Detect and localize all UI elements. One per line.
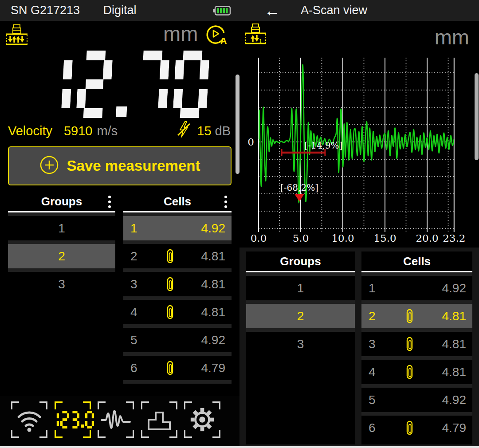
paperclip-icon — [393, 420, 425, 436]
group-number: 3 — [8, 277, 115, 291]
group-number: 2 — [8, 249, 115, 263]
cell-number: 2 — [361, 309, 393, 323]
cell-number: 6 — [123, 361, 155, 375]
toolbar-settings-gear[interactable] — [184, 401, 220, 438]
seven-segment-digit — [76, 51, 113, 118]
plus-circle-icon — [39, 155, 59, 177]
right-view-title: A-Scan view — [301, 4, 367, 17]
gain-unit: dB — [215, 124, 231, 138]
group-row[interactable]: 2 — [246, 304, 355, 328]
cell-row[interactable]: 44.81 — [361, 360, 472, 384]
group-number: 1 — [246, 281, 355, 295]
unit-label: mm — [435, 25, 469, 49]
svg-text:[-14,9%]: [-14,9%] — [304, 140, 342, 151]
cell-row[interactable]: 14.92 — [123, 216, 232, 240]
cell-number: 2 — [123, 249, 155, 263]
svg-text:23.2: 23.2 — [443, 232, 465, 244]
digital-view-panel: SN G217213 Digital mm A Velocity 5910 m/… — [0, 0, 240, 448]
battery-icon — [213, 5, 232, 16]
cell-value: 4.79 — [185, 361, 232, 375]
groups-table: Groups123 — [246, 252, 355, 444]
right-scrollbar[interactable] — [475, 73, 479, 160]
svg-text:15.0: 15.0 — [373, 232, 396, 244]
cell-row[interactable]: 54.92 — [361, 388, 472, 412]
toolbar-step-block[interactable] — [141, 401, 177, 438]
cell-number: 3 — [361, 337, 393, 351]
unit-label: mm — [163, 21, 198, 46]
svg-text:1: 1 — [259, 38, 262, 44]
cell-row[interactable]: 34.81 — [123, 272, 232, 296]
seven-segment-digit — [71, 411, 79, 428]
group-number: 1 — [8, 221, 115, 236]
bottom-edge-strip — [0, 446, 479, 448]
measurement-info-row: Velocity 5910 m/s 15 dB — [0, 121, 240, 141]
svg-text:A: A — [220, 36, 227, 46]
cell-row[interactable]: 34.81 — [361, 332, 472, 356]
gain-readout: 15 dB — [176, 120, 231, 142]
back-arrow-icon[interactable]: ← — [264, 3, 280, 19]
decimal-point — [81, 424, 84, 428]
cell-number: 4 — [361, 365, 393, 379]
cell-value: 4.81 — [425, 309, 472, 323]
serial-number: SN G217213 — [11, 4, 80, 17]
toolbar-wifi[interactable] — [11, 401, 47, 438]
digital-readout-icon — [55, 401, 91, 438]
svg-text:5.0: 5.0 — [293, 232, 309, 244]
auto-repeat-icon[interactable]: A — [203, 21, 229, 47]
svg-text:[-68,2%]: [-68,2%] — [280, 182, 318, 193]
left-topbar: SN G217213 Digital — [0, 0, 240, 21]
svg-text:0: 0 — [247, 136, 254, 148]
seven-segment-digit — [133, 51, 170, 118]
table-header: Groups — [246, 252, 355, 272]
kebab-menu-icon[interactable] — [224, 195, 228, 211]
group-row[interactable]: 1 — [246, 276, 355, 300]
ascan-chart[interactable]: [-14,9%][-68,2%]00.05.010.015.020.023.2 — [246, 54, 477, 260]
waveform-icon — [98, 401, 134, 438]
toolbar-waveform[interactable] — [98, 401, 134, 438]
group-row[interactable]: 2 — [8, 244, 115, 268]
left-scrollbar[interactable] — [236, 75, 240, 174]
group-row[interactable]: 1 — [8, 216, 115, 240]
right-topbar: ← A-Scan view — [240, 0, 479, 21]
cell-value: 4.79 — [425, 421, 472, 435]
app-screen: SN G217213 Digital mm A Velocity 5910 m/… — [0, 0, 479, 448]
cell-row[interactable]: 54.92 — [123, 328, 232, 352]
cell-row[interactable]: 14.92 — [361, 276, 472, 300]
kebab-menu-icon[interactable] — [107, 195, 112, 211]
cell-row[interactable]: 24.81 — [361, 304, 472, 328]
save-measurement-button[interactable]: Save measurement — [8, 146, 232, 185]
paperclip-icon — [393, 336, 425, 352]
table-title: Cells — [164, 195, 191, 208]
paperclip-icon — [393, 364, 425, 380]
group-number: 3 — [246, 337, 355, 351]
velocity-label: Velocity — [8, 124, 52, 138]
toolbar-digital-readout[interactable] — [55, 401, 91, 438]
cell-row[interactable]: 64.79 — [361, 416, 472, 440]
gain-value: 15 — [197, 124, 211, 138]
cell-row[interactable]: 64.79 — [123, 356, 232, 380]
paperclip-icon — [155, 276, 185, 292]
save-button-label: Save measurement — [67, 157, 200, 174]
table-header: Cells — [123, 192, 232, 212]
flash-off-icon — [176, 120, 192, 142]
svg-text:20.0: 20.0 — [416, 232, 438, 244]
table-title: Cells — [403, 255, 431, 268]
ascan-view-panel: ← A-Scan view 1 mm [-14,9%][-68,2%]00.05… — [240, 0, 479, 448]
velocity-value: 5910 — [64, 124, 93, 138]
table-title: Groups — [41, 195, 82, 208]
cell-number: 4 — [123, 305, 155, 319]
cell-row[interactable]: 44.81 — [123, 300, 232, 324]
paperclip-icon — [155, 304, 185, 320]
decimal-point — [116, 106, 127, 117]
step-block-icon — [141, 401, 177, 438]
cell-number: 3 — [123, 277, 155, 291]
wifi-icon — [11, 401, 47, 438]
table-title: Groups — [280, 255, 321, 268]
cell-row[interactable]: 24.81 — [123, 244, 232, 268]
group-row[interactable]: 3 — [8, 272, 115, 296]
seven-segment-digit — [50, 411, 59, 428]
cell-value: 4.81 — [425, 337, 472, 351]
bottom-toolbar — [0, 396, 240, 446]
group-row[interactable]: 3 — [246, 332, 355, 356]
cell-value: 4.92 — [185, 333, 232, 347]
